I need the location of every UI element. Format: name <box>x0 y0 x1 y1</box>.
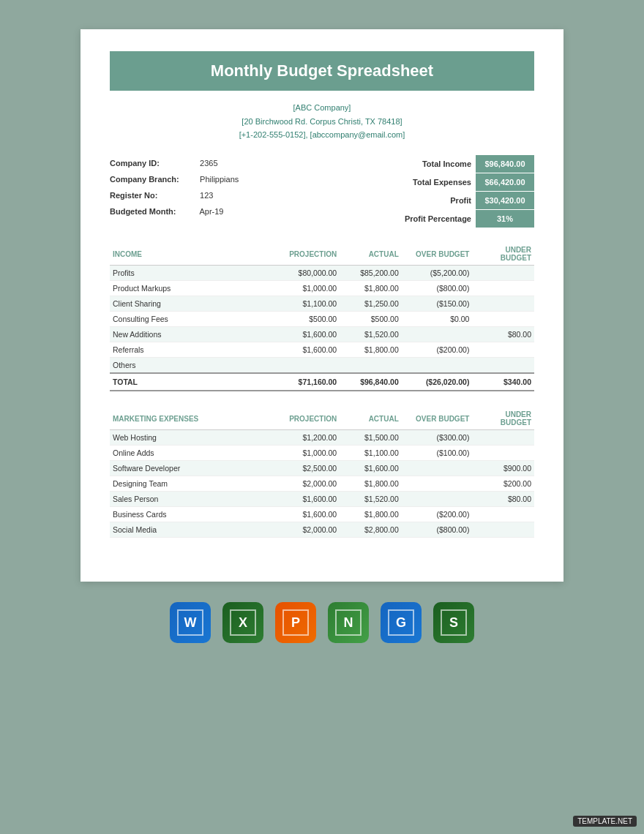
marketing-over-header: OVER BUDGET <box>402 406 473 430</box>
marketing-row: Sales Person $1,600.00 $1,520.00 $80.00 <box>110 492 534 507</box>
company-info: [ABC Company] [20 Birchwood Rd. Corpus C… <box>110 101 534 142</box>
mkt-over: ($100.00) <box>402 446 473 461</box>
company-address: [20 Birchwood Rd. Corpus Christi, TX 784… <box>110 115 534 129</box>
mkt-name: Web Hosting <box>110 430 278 446</box>
mkt-under <box>472 507 534 522</box>
income-name: Client Sharing <box>110 296 278 312</box>
mkt-name: Designing Team <box>110 476 278 492</box>
company-contact: [+1-202-555-0152], [abccompany@email.com… <box>110 128 534 142</box>
marketing-row: Web Hosting $1,200.00 $1,500.00 ($300.00… <box>110 430 534 446</box>
mkt-name: Business Cards <box>110 507 278 522</box>
marketing-row: Business Cards $1,600.00 $1,800.00 ($200… <box>110 507 534 522</box>
income-under <box>472 358 534 374</box>
income-col-header: INCOME <box>110 241 278 266</box>
mkt-projection: $1,200.00 <box>278 430 340 446</box>
income-under <box>472 342 534 358</box>
income-actual: $1,250.00 <box>340 296 402 312</box>
income-actual: $85,200.00 <box>340 266 402 281</box>
income-name: Profits <box>110 266 278 281</box>
income-row: Product Markups $1,000.00 $1,800.00 ($80… <box>110 281 534 296</box>
mkt-actual: $1,520.00 <box>340 492 402 507</box>
income-projection: $1,600.00 <box>278 327 340 342</box>
spreadsheet-page: Monthly Budget Spreadsheet [ABC Company]… <box>80 29 564 582</box>
income-under <box>472 296 534 312</box>
mkt-under <box>472 522 534 538</box>
mkt-projection: $1,600.00 <box>278 507 340 522</box>
company-name: [ABC Company] <box>110 101 534 115</box>
mkt-over <box>402 461 473 476</box>
income-name: Consulting Fees <box>110 312 278 327</box>
income-under: $80.00 <box>472 327 534 342</box>
mkt-over <box>402 492 473 507</box>
actual-col-header: ACTUAL <box>340 241 402 266</box>
income-row: Consulting Fees $500.00 $500.00 $0.00 <box>110 312 534 327</box>
marketing-row: Software Developer $2,500.00 $1,600.00 $… <box>110 461 534 476</box>
income-name: Others <box>110 358 278 374</box>
income-row: Referrals $1,600.00 $1,800.00 ($200.00) <box>110 342 534 358</box>
income-actual <box>340 358 402 374</box>
mkt-under: $80.00 <box>472 492 534 507</box>
mkt-name: Online Adds <box>110 446 278 461</box>
company-id-row: Company ID: 2365 <box>110 155 239 171</box>
income-row: New Additions $1,600.00 $1,520.00 $80.00 <box>110 327 534 342</box>
mkt-actual: $1,800.00 <box>340 507 402 522</box>
total-income-row: Total Income $96,840.00 <box>405 155 534 173</box>
mkt-projection: $2,000.00 <box>278 522 340 538</box>
profit-row: Profit $30,420.00 <box>405 192 534 209</box>
pages-icon[interactable]: P <box>275 602 316 643</box>
income-total-row: TOTAL $71,160.00 $96,840.00 ($26,020.00)… <box>110 373 534 391</box>
mkt-over: ($200.00) <box>402 507 473 522</box>
income-over: $0.00 <box>402 312 473 327</box>
income-projection: $500.00 <box>278 312 340 327</box>
marketing-proj-header: PROJECTION <box>278 406 340 430</box>
mkt-actual: $1,100.00 <box>340 446 402 461</box>
income-over <box>402 358 473 374</box>
income-projection: $1,100.00 <box>278 296 340 312</box>
income-over: ($5,200.00) <box>402 266 473 281</box>
income-name: Referrals <box>110 342 278 358</box>
income-under <box>472 312 534 327</box>
gdocs-icon[interactable]: G <box>381 602 422 643</box>
spreadsheet-title: Monthly Budget Spreadsheet <box>110 51 534 91</box>
income-over: ($800.00) <box>402 281 473 296</box>
mkt-actual: $1,600.00 <box>340 461 402 476</box>
mkt-actual: $1,800.00 <box>340 476 402 492</box>
summary-values: Total Income $96,840.00 Total Expenses $… <box>405 155 534 228</box>
marketing-col-header: MARKETING EXPENSES <box>110 406 278 430</box>
income-under <box>472 266 534 281</box>
income-actual: $1,800.00 <box>340 342 402 358</box>
excel-icon[interactable]: X <box>222 602 263 643</box>
income-row: Profits $80,000.00 $85,200.00 ($5,200.00… <box>110 266 534 281</box>
income-name: Product Markups <box>110 281 278 296</box>
income-under <box>472 281 534 296</box>
income-projection: $1,000.00 <box>278 281 340 296</box>
mkt-name: Software Developer <box>110 461 278 476</box>
info-summary-section: Company ID: 2365 Company Branch: Philipp… <box>110 155 534 228</box>
mkt-over <box>402 476 473 492</box>
mkt-projection: $2,500.00 <box>278 461 340 476</box>
watermark-label: TEMPLATE.NET <box>573 816 637 827</box>
app-icons-row: W X P N G S <box>170 602 474 643</box>
marketing-row: Online Adds $1,000.00 $1,100.00 ($100.00… <box>110 446 534 461</box>
gsheets-icon[interactable]: S <box>433 602 474 643</box>
profit-pct-row: Profit Percentage 31% <box>405 210 534 228</box>
mkt-projection: $1,600.00 <box>278 492 340 507</box>
mkt-under: $200.00 <box>472 476 534 492</box>
income-projection: $80,000.00 <box>278 266 340 281</box>
word-icon[interactable]: W <box>170 602 211 643</box>
mkt-name: Sales Person <box>110 492 278 507</box>
marketing-under-header: UNDER BUDGET <box>472 406 534 430</box>
income-actual: $500.00 <box>340 312 402 327</box>
income-row: Others <box>110 358 534 374</box>
mkt-projection: $1,000.00 <box>278 446 340 461</box>
income-row: Client Sharing $1,100.00 $1,250.00 ($150… <box>110 296 534 312</box>
mkt-actual: $1,500.00 <box>340 430 402 446</box>
numbers-icon[interactable]: N <box>328 602 369 643</box>
mkt-name: Social Media <box>110 522 278 538</box>
income-projection: $1,600.00 <box>278 342 340 358</box>
mkt-under <box>472 430 534 446</box>
budgeted-month-row: Budgeted Month: Apr-19 <box>110 203 239 219</box>
total-actual: $96,840.00 <box>340 373 402 391</box>
income-projection <box>278 358 340 374</box>
marketing-table: MARKETING EXPENSES PROJECTION ACTUAL OVE… <box>110 406 534 538</box>
